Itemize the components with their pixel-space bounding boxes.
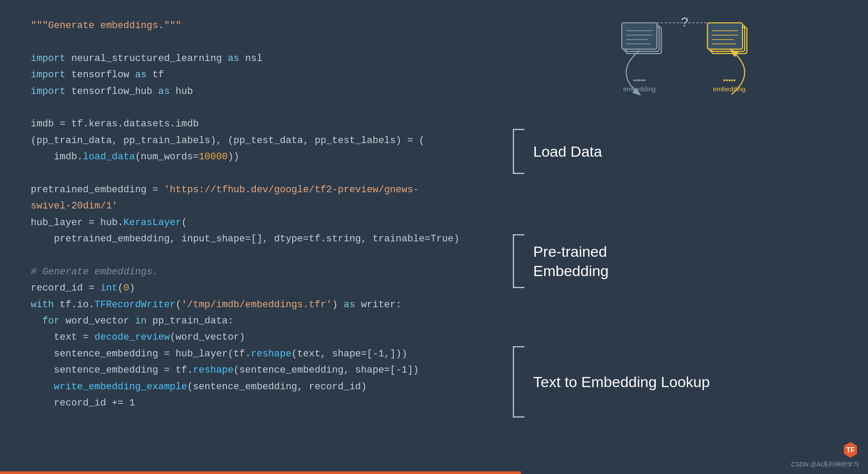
- code-block: """Generate embeddings.""" import neural…: [31, 18, 481, 411]
- fn-tfrecord-writer: TFRecordWriter: [94, 299, 176, 310]
- code-line-record-increment: record_id += 1: [31, 395, 481, 411]
- num-0: 0: [123, 283, 129, 294]
- code-line-for: for word_vector in pp_train_data:: [31, 313, 481, 329]
- fn-write-embedding: write_embedding_example: [54, 381, 187, 392]
- code-line-sent-embed2: sentence_embedding = tf.reshape(sentence…: [31, 362, 481, 378]
- code-line-import3: import tensorflow_hub as hub: [31, 83, 481, 100]
- watermark-text: CSDN @AI系列神经学习: [791, 461, 859, 468]
- fn-decode-review: decode_review: [94, 332, 170, 343]
- code-line-sent-embed1: sentence_embedding = hub_layer(tf.reshap…: [31, 346, 481, 362]
- bracket-text-embed: Text to Embedding Lookup: [507, 327, 864, 437]
- fn-load-data: load_data: [83, 151, 135, 162]
- main-container: """Generate embeddings.""" import neural…: [0, 0, 868, 474]
- code-line-blank1: [31, 34, 481, 50]
- svg-rect-9: [707, 23, 742, 49]
- code-line-hub-layer-args: pretrained_embedding, input_shape=[], dt…: [31, 231, 481, 247]
- code-line-import1: import neural_structured_learning as nsl: [31, 50, 481, 67]
- bracket-load-data: Load Data: [507, 108, 864, 195]
- keyword-with: with: [31, 299, 54, 310]
- code-line-comment: # Generate embeddings.: [31, 264, 481, 280]
- bracket-svg-load-data: [507, 127, 527, 176]
- watermark: CSDN @AI系列神经学习: [791, 461, 859, 469]
- label-text-embed: Text to Embedding Lookup: [527, 372, 710, 391]
- left-embed-text: embedding: [623, 85, 655, 93]
- num-10000: 10000: [199, 151, 228, 162]
- code-line-record-id: record_id = int(0): [31, 280, 481, 296]
- code-line-blank3: [31, 165, 481, 182]
- right-embed-text: embedding: [713, 85, 745, 93]
- bracket-svg-text-embed: [507, 345, 527, 419]
- right-panel: ?: [502, 0, 868, 474]
- label-load-data: Load Data: [527, 142, 602, 161]
- diagram-svg: ?: [600, 9, 771, 105]
- left-stack: [622, 23, 661, 54]
- right-stack: [707, 23, 747, 54]
- tf-logo: TF: [842, 441, 859, 459]
- keyword-as2: as: [135, 69, 147, 80]
- bottom-bar: [0, 471, 868, 474]
- code-line-pp-train: (pp_train_data, pp_train_labels), (pp_te…: [31, 133, 481, 149]
- bracket-svg-pretrained: [507, 233, 527, 290]
- code-line-hub-layer: hub_layer = hub.KerasLayer(: [31, 215, 481, 231]
- keyword-import1: import: [31, 53, 65, 64]
- fn-reshape2: reshape: [193, 365, 233, 376]
- svg-text:TF: TF: [846, 446, 855, 454]
- code-line-text: text = decode_review(word_vector): [31, 329, 481, 345]
- str-url: 'https://tfhub.dev/google/tf2-preview/gn…: [164, 184, 419, 195]
- code-line-imdb: imdb = tf.keras.datasets.imdb: [31, 116, 481, 132]
- brackets-container: Load Data Pre-trainedEmbedding Text to E…: [502, 97, 868, 448]
- str-url-cont: swivel-20dim/1': [31, 201, 118, 212]
- keyword-as1: as: [228, 53, 239, 64]
- code-line-pretrained2: swivel-20dim/1': [31, 198, 481, 214]
- fn-int: int: [100, 283, 118, 294]
- right-embed-squares: ▪▪▪▪▪: [723, 76, 735, 84]
- keyword-for: for: [42, 316, 60, 327]
- keyword-as3: as: [158, 86, 169, 97]
- bracket-pretrained: Pre-trainedEmbedding: [507, 217, 864, 305]
- keyword-as4: as: [344, 299, 355, 310]
- keyword-import2: import: [31, 69, 65, 80]
- code-line-blank2: [31, 100, 481, 116]
- keyword-import3: import: [31, 86, 65, 97]
- keyword-in: in: [135, 316, 147, 327]
- svg-rect-2: [622, 23, 657, 49]
- code-line-pretrained1: pretrained_embedding = 'https://tfhub.de…: [31, 182, 481, 198]
- tensorflow-icon: TF: [842, 441, 859, 459]
- docstring-text: """Generate embeddings.""": [31, 20, 181, 31]
- code-line-with: with tf.io.TFRecordWriter('/tmp/imdb/emb…: [31, 297, 481, 313]
- fn-reshape1: reshape: [251, 348, 291, 359]
- code-section: """Generate embeddings.""" import neural…: [0, 0, 502, 474]
- diagram-area: ?: [516, 9, 855, 105]
- str-path: '/tmp/imdb/embeddings.tfr': [181, 299, 332, 310]
- code-line-write: write_embedding_example(sentence_embeddi…: [31, 379, 481, 395]
- label-pretrained: Pre-trainedEmbedding: [527, 242, 609, 280]
- fn-keras-layer: KerasLayer: [123, 217, 181, 228]
- code-line-import2: import tensorflow as tf: [31, 67, 481, 83]
- code-line-blank4: [31, 247, 481, 263]
- code-line-load-data: imdb.load_data(num_words=10000)): [31, 149, 481, 165]
- question-mark-text: ?: [681, 14, 688, 29]
- code-line-docstring: """Generate embeddings.""": [31, 18, 481, 34]
- left-embed-squares: ▪▪▪▪▪: [633, 76, 645, 84]
